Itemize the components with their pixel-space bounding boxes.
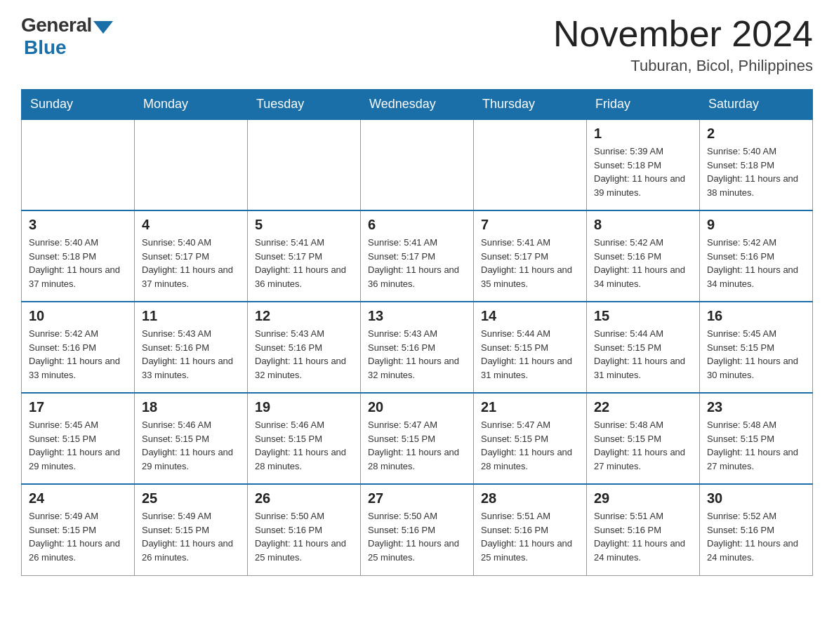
location-title: Tuburan, Bicol, Philippines (553, 57, 813, 75)
day-number: 16 (707, 308, 805, 324)
day-info: Sunrise: 5:45 AM Sunset: 5:15 PM Dayligh… (29, 418, 127, 473)
day-number: 30 (707, 490, 805, 507)
calendar-cell: 23Sunrise: 5:48 AM Sunset: 5:15 PM Dayli… (700, 393, 813, 484)
day-number: 28 (481, 490, 579, 507)
day-info: Sunrise: 5:47 AM Sunset: 5:15 PM Dayligh… (481, 418, 579, 473)
day-info: Sunrise: 5:50 AM Sunset: 5:16 PM Dayligh… (368, 509, 466, 564)
day-number: 18 (142, 399, 240, 415)
day-info: Sunrise: 5:42 AM Sunset: 5:16 PM Dayligh… (594, 236, 692, 290)
calendar-cell: 22Sunrise: 5:48 AM Sunset: 5:15 PM Dayli… (587, 393, 700, 484)
month-title: November 2024 (553, 14, 813, 54)
day-info: Sunrise: 5:46 AM Sunset: 5:15 PM Dayligh… (142, 418, 240, 473)
logo: General Blue (21, 14, 113, 59)
day-number: 7 (481, 217, 579, 233)
calendar-cell: 27Sunrise: 5:50 AM Sunset: 5:16 PM Dayli… (361, 484, 474, 575)
day-info: Sunrise: 5:43 AM Sunset: 5:16 PM Dayligh… (142, 327, 240, 382)
day-info: Sunrise: 5:52 AM Sunset: 5:16 PM Dayligh… (707, 509, 805, 564)
calendar-week-row: 3Sunrise: 5:40 AM Sunset: 5:18 PM Daylig… (22, 210, 813, 302)
day-number: 15 (594, 308, 692, 324)
day-info: Sunrise: 5:50 AM Sunset: 5:16 PM Dayligh… (255, 509, 353, 564)
calendar-header-row: SundayMondayTuesdayWednesdayThursdayFrid… (22, 90, 813, 120)
logo-general-text: General (21, 14, 92, 36)
day-number: 26 (255, 490, 353, 507)
calendar-cell (248, 119, 361, 210)
calendar-cell: 28Sunrise: 5:51 AM Sunset: 5:16 PM Dayli… (474, 484, 587, 575)
calendar-table: SundayMondayTuesdayWednesdayThursdayFrid… (21, 89, 813, 576)
day-number: 9 (707, 217, 805, 233)
day-info: Sunrise: 5:49 AM Sunset: 5:15 PM Dayligh… (142, 509, 240, 564)
day-number: 6 (368, 217, 466, 233)
calendar-week-row: 17Sunrise: 5:45 AM Sunset: 5:15 PM Dayli… (22, 393, 813, 484)
calendar-cell (135, 119, 248, 210)
logo-blue-text: Blue (24, 36, 67, 59)
day-info: Sunrise: 5:42 AM Sunset: 5:16 PM Dayligh… (707, 236, 805, 290)
calendar-cell: 8Sunrise: 5:42 AM Sunset: 5:16 PM Daylig… (587, 210, 700, 302)
calendar-cell: 25Sunrise: 5:49 AM Sunset: 5:15 PM Dayli… (135, 484, 248, 575)
title-section: November 2024 Tuburan, Bicol, Philippine… (553, 14, 813, 75)
day-number: 23 (707, 399, 805, 415)
calendar-cell (22, 119, 135, 210)
day-number: 20 (368, 399, 466, 415)
calendar-cell: 12Sunrise: 5:43 AM Sunset: 5:16 PM Dayli… (248, 302, 361, 393)
day-number: 27 (368, 490, 466, 507)
calendar-header-monday: Monday (135, 90, 248, 120)
logo-arrow-icon (93, 21, 113, 34)
day-number: 21 (481, 399, 579, 415)
calendar-cell: 5Sunrise: 5:41 AM Sunset: 5:17 PM Daylig… (248, 210, 361, 302)
day-number: 17 (29, 399, 127, 415)
calendar-cell: 7Sunrise: 5:41 AM Sunset: 5:17 PM Daylig… (474, 210, 587, 302)
day-info: Sunrise: 5:41 AM Sunset: 5:17 PM Dayligh… (255, 236, 353, 290)
day-info: Sunrise: 5:42 AM Sunset: 5:16 PM Dayligh… (29, 327, 127, 382)
day-number: 29 (594, 490, 692, 507)
day-number: 25 (142, 490, 240, 507)
calendar-header-thursday: Thursday (474, 90, 587, 120)
calendar-cell: 30Sunrise: 5:52 AM Sunset: 5:16 PM Dayli… (700, 484, 813, 575)
day-info: Sunrise: 5:41 AM Sunset: 5:17 PM Dayligh… (368, 236, 466, 290)
day-number: 2 (707, 126, 805, 142)
day-number: 3 (29, 217, 127, 233)
page-header: General Blue November 2024 Tuburan, Bico… (21, 14, 813, 75)
calendar-cell: 21Sunrise: 5:47 AM Sunset: 5:15 PM Dayli… (474, 393, 587, 484)
day-info: Sunrise: 5:44 AM Sunset: 5:15 PM Dayligh… (594, 327, 692, 382)
calendar-cell: 24Sunrise: 5:49 AM Sunset: 5:15 PM Dayli… (22, 484, 135, 575)
day-number: 1 (594, 126, 692, 142)
calendar-cell: 26Sunrise: 5:50 AM Sunset: 5:16 PM Dayli… (248, 484, 361, 575)
day-info: Sunrise: 5:51 AM Sunset: 5:16 PM Dayligh… (481, 509, 579, 564)
day-info: Sunrise: 5:39 AM Sunset: 5:18 PM Dayligh… (594, 145, 692, 199)
calendar-cell: 17Sunrise: 5:45 AM Sunset: 5:15 PM Dayli… (22, 393, 135, 484)
calendar-cell: 29Sunrise: 5:51 AM Sunset: 5:16 PM Dayli… (587, 484, 700, 575)
calendar-header-tuesday: Tuesday (248, 90, 361, 120)
day-info: Sunrise: 5:40 AM Sunset: 5:18 PM Dayligh… (707, 145, 805, 199)
calendar-cell: 14Sunrise: 5:44 AM Sunset: 5:15 PM Dayli… (474, 302, 587, 393)
day-info: Sunrise: 5:43 AM Sunset: 5:16 PM Dayligh… (255, 327, 353, 382)
day-info: Sunrise: 5:47 AM Sunset: 5:15 PM Dayligh… (368, 418, 466, 473)
calendar-week-row: 10Sunrise: 5:42 AM Sunset: 5:16 PM Dayli… (22, 302, 813, 393)
calendar-cell: 4Sunrise: 5:40 AM Sunset: 5:17 PM Daylig… (135, 210, 248, 302)
day-number: 4 (142, 217, 240, 233)
calendar-cell: 2Sunrise: 5:40 AM Sunset: 5:18 PM Daylig… (700, 119, 813, 210)
calendar-cell: 15Sunrise: 5:44 AM Sunset: 5:15 PM Dayli… (587, 302, 700, 393)
calendar-cell (474, 119, 587, 210)
day-info: Sunrise: 5:40 AM Sunset: 5:17 PM Dayligh… (142, 236, 240, 290)
day-info: Sunrise: 5:49 AM Sunset: 5:15 PM Dayligh… (29, 509, 127, 564)
calendar-cell: 13Sunrise: 5:43 AM Sunset: 5:16 PM Dayli… (361, 302, 474, 393)
day-info: Sunrise: 5:45 AM Sunset: 5:15 PM Dayligh… (707, 327, 805, 382)
calendar-week-row: 24Sunrise: 5:49 AM Sunset: 5:15 PM Dayli… (22, 484, 813, 575)
day-number: 19 (255, 399, 353, 415)
calendar-cell: 18Sunrise: 5:46 AM Sunset: 5:15 PM Dayli… (135, 393, 248, 484)
day-info: Sunrise: 5:43 AM Sunset: 5:16 PM Dayligh… (368, 327, 466, 382)
calendar-header-sunday: Sunday (22, 90, 135, 120)
day-number: 11 (142, 308, 240, 324)
day-info: Sunrise: 5:48 AM Sunset: 5:15 PM Dayligh… (707, 418, 805, 473)
calendar-cell: 19Sunrise: 5:46 AM Sunset: 5:15 PM Dayli… (248, 393, 361, 484)
day-info: Sunrise: 5:44 AM Sunset: 5:15 PM Dayligh… (481, 327, 579, 382)
calendar-header-friday: Friday (587, 90, 700, 120)
calendar-cell: 9Sunrise: 5:42 AM Sunset: 5:16 PM Daylig… (700, 210, 813, 302)
day-info: Sunrise: 5:41 AM Sunset: 5:17 PM Dayligh… (481, 236, 579, 290)
calendar-week-row: 1Sunrise: 5:39 AM Sunset: 5:18 PM Daylig… (22, 119, 813, 210)
calendar-cell: 3Sunrise: 5:40 AM Sunset: 5:18 PM Daylig… (22, 210, 135, 302)
day-info: Sunrise: 5:48 AM Sunset: 5:15 PM Dayligh… (594, 418, 692, 473)
calendar-cell: 6Sunrise: 5:41 AM Sunset: 5:17 PM Daylig… (361, 210, 474, 302)
calendar-cell: 16Sunrise: 5:45 AM Sunset: 5:15 PM Dayli… (700, 302, 813, 393)
day-number: 22 (594, 399, 692, 415)
